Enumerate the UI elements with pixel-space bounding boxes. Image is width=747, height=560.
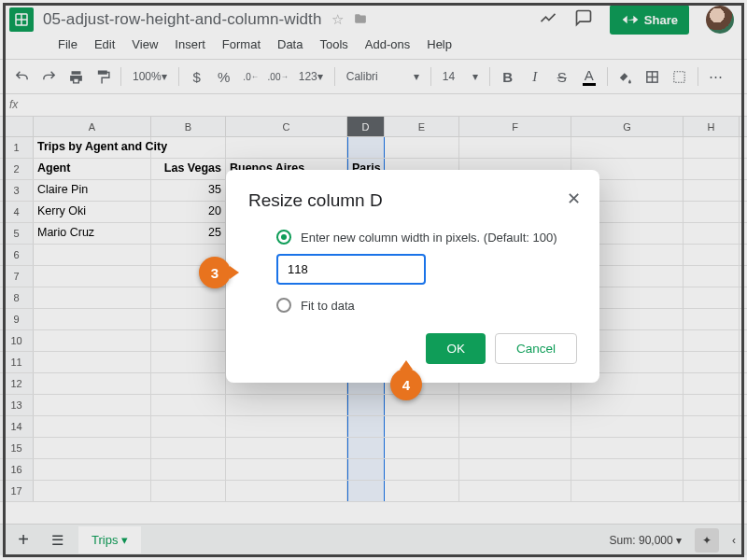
menu-view[interactable]: View	[124, 34, 165, 55]
cell[interactable]	[34, 309, 151, 329]
cell[interactable]	[571, 438, 684, 458]
cell[interactable]	[684, 223, 740, 244]
status-sum[interactable]: Sum: 90,000 ▾	[610, 534, 682, 547]
decrease-decimal-button[interactable]: .0←	[239, 64, 263, 89]
share-button[interactable]: Share	[610, 5, 689, 35]
cell[interactable]	[226, 395, 347, 415]
cell[interactable]	[385, 481, 459, 501]
row-header[interactable]: 12	[0, 373, 34, 394]
cell[interactable]	[684, 245, 740, 265]
sheets-app-icon[interactable]	[9, 7, 34, 32]
row-header[interactable]: 7	[0, 266, 34, 287]
radio-fit-to-data[interactable]: Fit to data	[276, 298, 577, 313]
cell[interactable]	[151, 395, 226, 415]
menu-data[interactable]: Data	[270, 34, 310, 55]
cell[interactable]	[34, 287, 151, 308]
cell[interactable]	[459, 459, 571, 480]
cell[interactable]	[347, 438, 385, 458]
row-header[interactable]: 17	[0, 481, 34, 501]
font-size-select[interactable]: 14 ▾	[437, 64, 484, 89]
cell[interactable]	[226, 438, 347, 458]
cell[interactable]	[385, 438, 459, 458]
cell[interactable]	[571, 481, 684, 501]
cell[interactable]	[684, 287, 740, 308]
fill-color-button[interactable]	[613, 64, 638, 89]
trend-icon[interactable]	[539, 8, 557, 31]
add-sheet-button[interactable]: +	[11, 528, 35, 553]
cell[interactable]	[684, 352, 740, 372]
column-header[interactable]: G	[571, 117, 684, 136]
comments-icon[interactable]	[574, 8, 593, 31]
cell[interactable]	[684, 202, 740, 222]
cell[interactable]	[459, 416, 571, 437]
row-header[interactable]: 16	[0, 459, 34, 480]
cell[interactable]	[151, 309, 226, 329]
cell[interactable]	[684, 309, 740, 329]
cell[interactable]	[571, 395, 684, 415]
cell[interactable]	[385, 395, 459, 415]
cell[interactable]	[34, 245, 151, 265]
side-panel-toggle[interactable]: ‹	[732, 534, 736, 547]
cell[interactable]	[684, 180, 740, 201]
row-header[interactable]: 15	[0, 438, 34, 458]
cell[interactable]	[459, 137, 571, 158]
cell[interactable]	[34, 330, 151, 351]
cell[interactable]	[151, 481, 226, 501]
cell[interactable]	[684, 137, 740, 158]
cell[interactable]	[684, 159, 740, 179]
cell[interactable]	[571, 459, 684, 480]
all-sheets-button[interactable]: ☰	[45, 528, 69, 553]
sheet-tab[interactable]: Trips ▾	[78, 526, 141, 553]
account-avatar[interactable]	[706, 6, 734, 34]
menu-insert[interactable]: Insert	[167, 34, 213, 55]
cell[interactable]	[684, 438, 740, 458]
cell[interactable]	[226, 137, 347, 158]
row-header[interactable]: 4	[0, 202, 34, 222]
cell[interactable]	[459, 481, 571, 501]
cell[interactable]	[385, 416, 459, 437]
font-select[interactable]: Calibri▾	[341, 64, 425, 89]
dialog-close-button[interactable]: ✕	[567, 189, 581, 209]
row-header[interactable]: 5	[0, 223, 34, 244]
borders-button[interactable]	[641, 64, 665, 89]
cell[interactable]	[151, 137, 226, 158]
more-toolbar-button[interactable]: ⋯	[704, 64, 728, 89]
cell[interactable]	[571, 137, 684, 158]
cell[interactable]: 25	[151, 223, 226, 244]
menu-tools[interactable]: Tools	[312, 34, 355, 55]
cell[interactable]	[151, 416, 226, 437]
menu-add-ons[interactable]: Add-ons	[358, 34, 417, 55]
cell[interactable]	[347, 481, 385, 501]
text-color-button[interactable]: A	[577, 64, 601, 89]
cell[interactable]	[459, 438, 571, 458]
cell[interactable]: Mario Cruz	[34, 223, 151, 244]
move-folder-icon[interactable]	[353, 12, 368, 28]
cell[interactable]	[34, 459, 151, 480]
cell[interactable]	[34, 373, 151, 394]
row-header[interactable]: 13	[0, 395, 34, 415]
strikethrough-button[interactable]: S	[550, 64, 574, 89]
cell[interactable]	[151, 373, 226, 394]
row-header[interactable]: 8	[0, 287, 34, 308]
column-header[interactable]: B	[151, 117, 226, 136]
cell[interactable]	[684, 459, 740, 480]
menu-file[interactable]: File	[50, 34, 85, 55]
row-header[interactable]: 1	[0, 137, 34, 158]
column-header[interactable]: F	[459, 117, 571, 136]
cell[interactable]	[459, 395, 571, 415]
cell[interactable]	[571, 416, 684, 437]
redo-button[interactable]	[36, 64, 61, 89]
cell[interactable]: Las Vegas	[151, 159, 226, 179]
column-header[interactable]: E	[385, 117, 459, 136]
cell[interactable]: Claire Pin	[34, 180, 151, 201]
cell[interactable]	[684, 481, 740, 501]
cell[interactable]	[226, 416, 347, 437]
increase-decimal-button[interactable]: .00→	[266, 64, 290, 89]
column-header[interactable]: D	[347, 117, 385, 136]
cell[interactable]: Trips by Agent and City	[34, 137, 151, 158]
cell[interactable]: Agent	[34, 159, 151, 179]
cell[interactable]	[34, 438, 151, 458]
menu-edit[interactable]: Edit	[87, 34, 122, 55]
menu-format[interactable]: Format	[215, 34, 268, 55]
cell[interactable]	[684, 373, 740, 394]
